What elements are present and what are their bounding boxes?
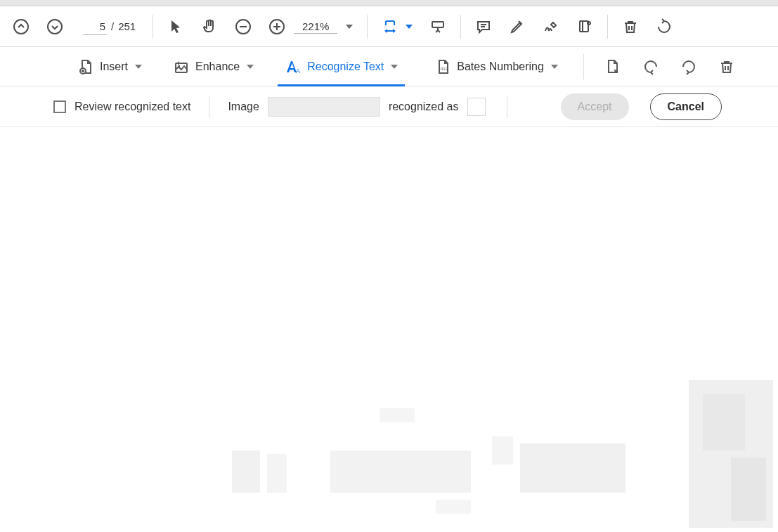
reviewbar-separator <box>507 96 507 118</box>
zoom-out-icon[interactable] <box>233 17 253 37</box>
window-title-strip <box>0 0 778 6</box>
fit-dropdown-caret-icon[interactable] <box>404 22 414 32</box>
scan-artifact <box>492 436 513 465</box>
recognize-text-menu[interactable]: A Recognize Text <box>278 47 405 86</box>
chevron-down-icon <box>247 65 254 69</box>
review-bar: Review recognized text Image recognized … <box>0 86 778 127</box>
zoom-value-input[interactable] <box>294 20 337 34</box>
toolbar-separator <box>367 15 368 39</box>
chevron-down-icon <box>135 65 142 69</box>
page-separator: / <box>111 20 114 32</box>
trash-icon[interactable] <box>716 56 737 77</box>
toolbar-separator <box>153 15 153 39</box>
cancel-button-label: Cancel <box>668 100 704 113</box>
image-label: Image <box>228 100 259 113</box>
pointer-tool-icon[interactable] <box>166 17 186 37</box>
insert-label: Insert <box>100 60 128 73</box>
fit-width-icon[interactable] <box>380 17 400 37</box>
recognize-text-label: Recognize Text <box>307 60 384 73</box>
accept-button[interactable]: Accept <box>561 93 629 120</box>
stamp-icon[interactable] <box>575 17 595 37</box>
zoom-in-icon[interactable] <box>267 17 287 37</box>
read-mode-icon[interactable] <box>428 17 448 37</box>
svg-text:012: 012 <box>441 67 448 71</box>
accept-button-label: Accept <box>578 100 612 113</box>
delete-icon[interactable] <box>621 17 640 37</box>
zoom-dropdown-caret-icon[interactable] <box>344 22 354 32</box>
hand-tool-icon[interactable] <box>200 17 219 37</box>
scan-artifact <box>267 454 287 493</box>
document-viewport[interactable] <box>0 127 778 531</box>
toolbar-separator <box>460 15 461 39</box>
scan-artifact <box>380 408 415 422</box>
scan-artifact <box>330 450 471 493</box>
rotate-right-icon[interactable] <box>678 56 699 77</box>
svg-point-0 <box>14 20 28 34</box>
recognized-as-label: recognized as <box>389 100 459 113</box>
svg-rect-8 <box>432 22 443 27</box>
toolbar-separator <box>607 15 608 39</box>
recognize-text-icon: A <box>285 58 302 75</box>
enhance-menu[interactable]: Enhance <box>166 47 261 86</box>
scan-artifact <box>232 450 260 493</box>
review-checkbox[interactable] <box>53 100 66 113</box>
svg-text:A: A <box>296 67 300 74</box>
insert-page-icon <box>77 58 94 75</box>
comment-icon[interactable] <box>474 17 493 37</box>
reviewbar-separator <box>209 96 209 118</box>
svg-point-1 <box>48 20 62 34</box>
scan-artifact <box>731 458 766 521</box>
page-down-icon[interactable] <box>45 17 65 37</box>
bates-icon: 012 <box>434 58 451 75</box>
svg-point-19 <box>179 65 180 66</box>
enhance-label: Enhance <box>195 60 240 73</box>
cancel-button[interactable]: Cancel <box>650 93 722 120</box>
highlight-icon[interactable] <box>507 17 527 37</box>
toolbar-separator <box>583 54 584 79</box>
enhance-icon <box>173 58 190 75</box>
rotate-icon[interactable] <box>654 17 674 37</box>
sign-icon[interactable] <box>541 17 561 37</box>
chevron-down-icon <box>391 65 398 69</box>
bates-numbering-menu[interactable]: 012 Bates Numbering <box>427 47 565 86</box>
recognized-value-field[interactable] <box>467 98 486 116</box>
image-preview-field <box>268 97 380 117</box>
scan-artifact <box>520 443 625 493</box>
page-current-input[interactable] <box>83 18 107 35</box>
scan-artifact <box>436 500 471 514</box>
page-up-icon[interactable] <box>11 17 31 37</box>
bates-label: Bates Numbering <box>457 60 544 73</box>
review-checkbox-label: Review recognized text <box>74 100 190 113</box>
scan-toolbar: Insert Enhance A Recognize Text 012 Bate… <box>0 47 778 86</box>
zoom-level-box <box>294 20 354 34</box>
scan-artifact <box>703 394 745 450</box>
page-number-box: / 251 <box>83 18 136 35</box>
insert-menu[interactable]: Insert <box>70 47 149 86</box>
rotate-left-icon[interactable] <box>640 56 661 77</box>
main-toolbar: / 251 <box>0 6 778 47</box>
page-total-label: 251 <box>118 20 136 32</box>
extract-page-icon[interactable] <box>602 56 623 77</box>
chevron-down-icon <box>551 65 558 69</box>
